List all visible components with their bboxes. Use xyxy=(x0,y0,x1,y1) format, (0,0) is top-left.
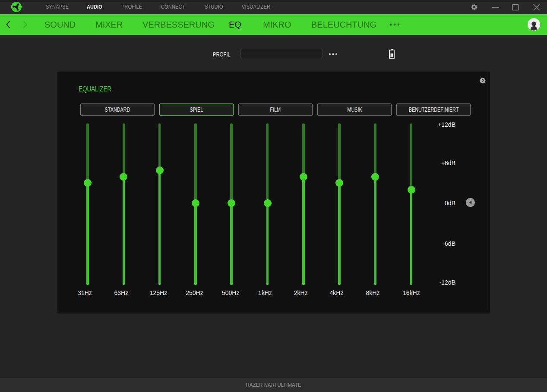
svg-text:?: ? xyxy=(481,78,484,83)
